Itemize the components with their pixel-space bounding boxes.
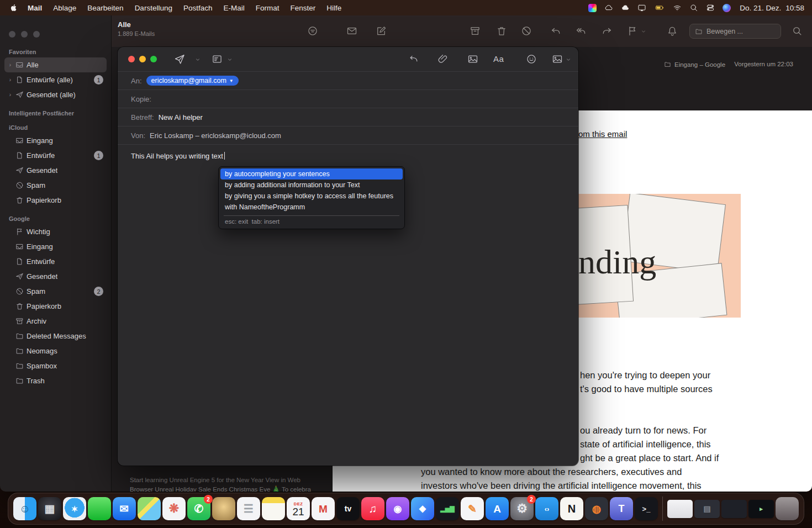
message-preview[interactable]: Start learning Unreal Engine 5 for the N…	[130, 476, 315, 492]
cloud-icon[interactable]	[604, 3, 613, 12]
mute-icon[interactable]	[667, 25, 678, 36]
terminal-dock-icon[interactable]: >_	[635, 497, 658, 520]
music-dock-icon[interactable]: ♫	[361, 497, 384, 520]
menu-item[interactable]: Postfach	[178, 4, 218, 12]
photos-dock-icon[interactable]: ❋	[162, 497, 186, 520]
shortcuts-dock-icon[interactable]: ◆	[411, 497, 434, 520]
suggestion-item[interactable]: by giving you a simple hotkey to access …	[220, 191, 403, 202]
microsoft-teams-dock-icon[interactable]: T	[610, 497, 633, 520]
junk-icon[interactable]	[521, 25, 532, 36]
contacts-dock-icon[interactable]	[212, 497, 235, 520]
emoji-icon[interactable]	[526, 54, 537, 65]
notes-dock-icon[interactable]	[262, 497, 285, 520]
trash-dock-icon[interactable]	[776, 497, 799, 520]
safari-dock-icon[interactable]: ✶	[63, 497, 86, 520]
sidebar-item[interactable]: › Gesendet	[4, 163, 107, 178]
move-button[interactable]: Bewegen ...	[689, 24, 781, 39]
insert-reply-icon[interactable]	[408, 54, 419, 65]
minimize-button[interactable]	[21, 31, 28, 38]
sidebar-item[interactable]: › Spam 2	[4, 284, 107, 299]
delete-icon[interactable]	[496, 25, 507, 36]
mimestream-dock-icon[interactable]: M	[312, 497, 335, 520]
app-store-dock-icon[interactable]: A	[486, 497, 509, 520]
send-options-chevron-icon[interactable]	[195, 57, 201, 62]
menu-item[interactable]: Hilfe	[321, 4, 347, 12]
sidebar-item[interactable]: › Papierkorb	[4, 193, 107, 208]
apple-logo-icon[interactable]	[10, 3, 18, 12]
new-message-icon[interactable]	[376, 25, 387, 36]
battery-icon[interactable]	[654, 3, 665, 12]
blender-dock-icon[interactable]: ◍	[585, 497, 608, 520]
suggestion-item[interactable]: with NameoftheProgramm	[220, 202, 403, 213]
menu-bar-clock[interactable]: Do. 21. Dez. 10:58	[740, 4, 804, 12]
sidebar-item[interactable]: › Alle	[4, 57, 107, 72]
apple-tv-dock-icon[interactable]: tv	[336, 497, 360, 520]
launchpad-dock-icon[interactable]: ▦	[38, 497, 61, 520]
suggestion-item[interactable]: by adding additional information to your…	[220, 179, 403, 191]
menu-item[interactable]: Format	[250, 4, 285, 12]
sidebar-item[interactable]: › Wichtig	[4, 224, 107, 239]
from-field[interactable]: Von: Eric Loskamp – ericloskamp@icloud.c…	[118, 126, 578, 145]
reply-icon[interactable]	[550, 25, 561, 36]
sidebar-item[interactable]: › Spam	[4, 178, 107, 193]
header-fields-icon[interactable]	[212, 54, 223, 65]
format-button[interactable]: Aa	[493, 54, 504, 64]
menu-item[interactable]: Fenster	[284, 4, 321, 12]
flag-icon[interactable]	[627, 25, 638, 36]
email-link-fragment[interactable]: om this email	[578, 129, 627, 139]
markup-icon[interactable]	[467, 54, 478, 65]
recipient-token[interactable]: ericloskamp@gmail.com ▼	[146, 76, 239, 86]
close-button[interactable]	[128, 56, 135, 62]
minimize-button[interactable]	[139, 56, 146, 62]
maps-dock-icon[interactable]	[138, 497, 161, 520]
photo-browser-icon[interactable]	[552, 54, 563, 65]
wifi-icon[interactable]	[673, 3, 682, 12]
menu-extra-app-icon[interactable]	[588, 4, 597, 12]
pages-dock-icon[interactable]: ✎	[461, 497, 484, 520]
get-mail-icon[interactable]	[346, 25, 357, 36]
chevron-right-icon[interactable]: ›	[8, 62, 13, 68]
sidebar-item[interactable]: › Entwürfe	[4, 254, 107, 269]
sidebar-item[interactable]: › Eingang	[4, 133, 107, 148]
to-field[interactable]: An: ericloskamp@gmail.com ▼	[118, 72, 578, 90]
archive-icon[interactable]	[470, 25, 481, 36]
facetime-dock-icon[interactable]: ✆ 2	[187, 497, 210, 520]
stats-dock-icon[interactable]: ▂▅▇	[436, 497, 459, 520]
chevron-right-icon[interactable]: ›	[8, 77, 13, 83]
system-settings-dock-icon[interactable]: ⚙ 2	[510, 497, 534, 520]
sidebar-item[interactable]: › Neomags	[4, 344, 107, 358]
minimized-window-dock-icon[interactable]	[667, 500, 693, 518]
menu-item[interactable]: Ablage	[48, 4, 82, 12]
sidebar-item[interactable]: › Deleted Messages	[4, 329, 107, 344]
minimized-window-dock-icon[interactable]: ▸	[748, 500, 774, 518]
minimized-window-dock-icon[interactable]: ▤	[694, 500, 720, 518]
messages-dock-icon[interactable]	[88, 497, 111, 520]
chevron-right-icon[interactable]: ›	[8, 92, 13, 98]
filter-icon[interactable]	[307, 25, 318, 36]
sidebar-item[interactable]: › Archiv	[4, 314, 107, 329]
cloud-solid-icon[interactable]	[621, 3, 630, 12]
minimized-window-dock-icon[interactable]	[721, 500, 747, 518]
sidebar-item[interactable]: › Papierkorb	[4, 299, 107, 314]
sidebar-item[interactable]: › Entwürfe 1	[4, 148, 107, 163]
zoom-button[interactable]	[33, 31, 40, 38]
sidebar-item[interactable]: › Spambox	[4, 358, 107, 373]
send-icon[interactable]	[174, 54, 185, 65]
screen-mirroring-icon[interactable]	[637, 3, 646, 12]
calendar-dock-icon[interactable]: DEZ 21	[287, 497, 310, 520]
vscode-dock-icon[interactable]: ‹›	[535, 497, 558, 520]
suggestion-item[interactable]: by autocompleting your sentences	[220, 168, 403, 179]
subject-field[interactable]: Betreff: New Ai helper	[118, 108, 578, 126]
menu-item[interactable]: Mail	[22, 4, 48, 12]
header-fields-chevron-icon[interactable]	[227, 57, 233, 62]
reminders-dock-icon[interactable]: ☰	[237, 497, 260, 520]
sidebar-item[interactable]: › Eingang	[4, 239, 107, 254]
menu-item[interactable]: Darstellung	[129, 4, 178, 12]
zoom-button[interactable]	[150, 56, 157, 62]
forward-icon[interactable]	[602, 25, 613, 36]
cc-field[interactable]: Kopie:	[118, 90, 578, 108]
menu-item[interactable]: Bearbeiten	[82, 4, 129, 12]
photo-browser-chevron-icon[interactable]	[566, 57, 571, 62]
sidebar-item[interactable]: › Entwürfe (alle) 1	[4, 72, 107, 87]
notion-dock-icon[interactable]: N	[560, 497, 583, 520]
